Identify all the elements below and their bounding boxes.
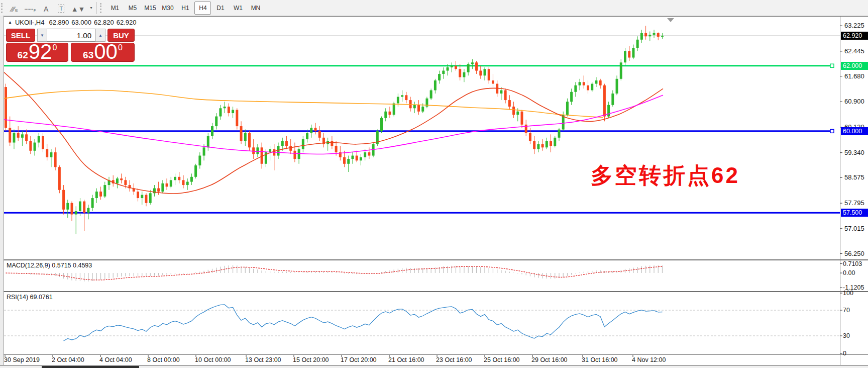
- rsi-axis-label: 0: [843, 350, 846, 357]
- volume-input[interactable]: 1.00: [47, 29, 95, 42]
- price-tick-label: 57.795: [844, 199, 867, 207]
- sell-big-figure: 62: [18, 50, 28, 61]
- bar-low-value: 62.820: [94, 19, 114, 26]
- price-tick-label: 57.015: [844, 225, 867, 232]
- sell-price-display[interactable]: 62 92 0: [6, 43, 68, 62]
- time-tick-label: 25 Oct 16:00: [484, 356, 520, 363]
- price-badge-62.000: 62.000: [841, 62, 868, 70]
- time-tick-label: 29 Oct 16:00: [531, 356, 568, 363]
- price-tick-label: 60.900: [844, 98, 867, 105]
- time-tick-label: 4 Oct 04:00: [99, 356, 132, 363]
- symbol-marker-icon: ▲: [8, 20, 12, 25]
- buy-point: 0: [118, 44, 123, 51]
- rsi-axis-label: 70: [843, 307, 850, 314]
- chart-shift-marker-icon[interactable]: [667, 18, 674, 22]
- time-tick-label: 10 Oct 00:00: [195, 356, 231, 363]
- time-tick-label: 4 Nov 12:00: [632, 356, 666, 363]
- sell-pips: 92: [29, 43, 52, 61]
- rsi-indicator-label: RSI(14) 69.0761: [7, 294, 53, 301]
- macd-axis-label: 0.7103: [843, 260, 862, 267]
- bar-open-value: 62.890: [49, 19, 69, 26]
- time-tick-label: 13 Oct 23:00: [245, 356, 281, 363]
- rsi-axis-label: 30: [843, 332, 850, 339]
- buy-pips: 00: [94, 43, 118, 61]
- rsi-axis-label: 100: [843, 290, 853, 297]
- macd-axis-label: 0.00: [843, 269, 855, 277]
- price-tick-label: 58.575: [844, 173, 867, 181]
- bar-high-value: 63.000: [71, 19, 91, 26]
- trading-platform-window: ∕∕∕E┄┄FAT▲▼ ▾ M1M5M15M30H1H4D1W1MN ▲ UKO…: [0, 0, 868, 368]
- time-tick-label: 30 Sep 2019: [4, 356, 40, 363]
- price-tick-label: 59.340: [844, 149, 867, 156]
- price-badge-57.500: 57.500: [841, 209, 868, 217]
- macd-indicator-label: MACD(12,26,9) 0.5715 0.4593: [7, 262, 92, 269]
- buy-big-figure: 63: [83, 50, 93, 61]
- time-tick-label: 17 Oct 20:00: [341, 356, 377, 363]
- time-tick-label: 21 Oct 16:00: [388, 356, 424, 363]
- buy-price-display[interactable]: 63 00 0: [71, 43, 135, 62]
- time-tick-label: 31 Oct 16:00: [582, 356, 618, 363]
- time-tick-label: 15 Oct 20:00: [293, 356, 329, 363]
- bar-close-value: 62.920: [117, 19, 137, 26]
- price-tick-label: 56.250: [844, 250, 867, 257]
- time-tick-label: 23 Oct 16:00: [436, 356, 472, 363]
- time-tick-label: 8 Oct 00:00: [147, 356, 180, 363]
- price-tick-label: 63.225: [844, 22, 867, 29]
- price-badge-60.000: 60.000: [841, 127, 868, 135]
- price-badge-62.920: 62.920: [841, 32, 868, 40]
- price-tick-label: 62.445: [844, 47, 867, 55]
- time-tick-label: 2 Oct 04:00: [52, 356, 84, 363]
- chart-header: ▲ UKOil-,H4 62.890 63.000 62.820 62.920: [8, 19, 137, 26]
- sell-point: 0: [52, 44, 57, 51]
- chart-text-annotation: 多空转折点62: [591, 161, 740, 191]
- one-click-trading-panel: SELL ▼ 1.00 ▲ BUY 62 92 0 63 00 0: [6, 29, 135, 62]
- chart-title: UKOil-,H4: [15, 19, 45, 26]
- price-tick-label: 61.680: [844, 72, 867, 80]
